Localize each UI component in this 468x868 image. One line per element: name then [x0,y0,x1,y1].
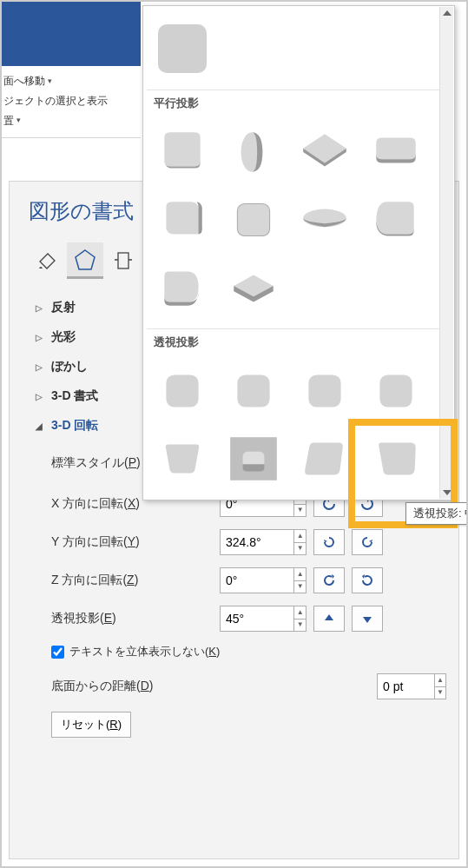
shape-icon [155,262,209,313]
perspective-input[interactable]: ▲▼ [220,606,307,632]
preset-no-rotation[interactable] [150,17,214,81]
svg-marker-0 [76,250,95,269]
section-3d-rotation-label: 3-D 回転 [51,418,98,434]
tab-fill-line[interactable] [29,242,65,279]
preset-parallel-8[interactable] [364,188,428,252]
perspective-presets [147,354,451,496]
tab-effects[interactable] [67,242,103,279]
y-rotate-right-button[interactable] [352,529,383,555]
tab-size-properties[interactable] [105,242,142,279]
triangle-right-icon: ▷ [36,303,44,313]
shape-icon [227,262,280,313]
preset-parallel-6[interactable] [221,188,286,252]
chevron-down-icon: ▾ [48,74,52,89]
perspective-header: 透視投影 [147,328,451,354]
preset-perspective-4[interactable] [364,359,428,423]
shape-icon [298,127,352,177]
ribbon-position-label: 置 [3,111,14,131]
preset-parallel-3[interactable] [293,120,357,184]
preset-parallel-5[interactable] [150,188,214,252]
pentagon-icon [73,248,97,272]
ribbon-selection-button[interactable]: ジェクトの選択と表示 [3,91,139,111]
gallery-scrollbar[interactable] [439,7,453,499]
perspective-field[interactable] [221,606,293,631]
shape-icon [227,127,280,177]
shape-icon [298,195,352,245]
ribbon-selection-label: ジェクトの選択と表示 [3,91,108,111]
triangle-right-icon: ▷ [36,362,44,372]
keep-text-flat-checkbox[interactable] [51,646,64,659]
size-icon [112,249,135,272]
section-reflection-label: 反射 [51,300,76,315]
chevron-down-icon: ▾ [16,113,21,128]
tooltip: 透視投影: 中程度の傾斜 [405,502,468,525]
distance-field[interactable] [378,674,434,699]
preset-perspective-2[interactable] [221,359,286,423]
perspective-label: 透視投影(E) [51,611,216,626]
preset-perspective-3[interactable] [293,359,357,423]
section-3d-format-label: 3-D 書式 [51,388,98,404]
reset-button[interactable]: リセット(R) [51,712,131,738]
z-rotate-cw-button[interactable] [352,567,383,593]
svg-rect-7 [308,374,340,407]
preset-parallel-2[interactable] [221,120,286,184]
shape-icon [369,434,423,484]
z-rotation-spinner[interactable]: ▲▼ [293,568,306,593]
ribbon-position-dropdown[interactable]: 置 ▾ [3,111,139,131]
distance-label: 底面からの距離(D) [51,679,260,694]
y-rotation-field[interactable] [221,530,293,554]
ribbon-move-label: 面へ移動 [3,71,45,91]
perspective-spinner[interactable]: ▲▼ [293,606,306,631]
shape-icon [155,127,209,177]
no-rotation-icon [158,24,207,73]
preset-parallel-1[interactable] [150,120,214,184]
perspective-up-button[interactable] [313,606,345,632]
z-rotation-input[interactable]: ▲▼ [220,567,307,593]
section-softedges-label: ぼかし [51,359,88,374]
preset-perspective-7[interactable] [293,427,357,491]
triangle-right-icon: ▷ [36,392,44,401]
parallel-header: 平行投影 [147,89,451,115]
rotate-ccw-icon [321,573,337,588]
z-rotation-label: Z 方向に回転(Z) [51,573,216,588]
distance-input[interactable]: ▲▼ [377,673,446,699]
z-rotate-ccw-button[interactable] [313,567,345,593]
rotate-left-icon [321,534,337,550]
preset-perspective-8[interactable] [364,427,428,491]
svg-rect-5 [166,374,198,407]
preset-perspective-1[interactable] [150,359,214,423]
preset-perspective-5[interactable] [150,427,214,491]
shape-icon [227,195,280,245]
shape-icon [369,366,423,416]
z-rotation-field[interactable] [221,568,293,593]
shape-icon [227,366,280,416]
ribbon-blue-strip [2,2,141,66]
shape-icon [298,434,352,484]
rotation-preset-gallery: 平行投影 透視投影 [142,5,455,500]
y-rotation-label: Y 方向に回転(Y) [51,534,216,550]
keep-text-flat-row[interactable]: テキストを立体表示しない(K) [51,644,446,659]
shape-icon [298,366,352,416]
shape-icon [227,434,280,484]
ribbon-secondary: 面へ移動 ▾ ジェクトの選択と表示 置 ▾ [2,66,141,138]
svg-rect-3 [237,203,269,235]
shape-icon [155,434,209,484]
triangle-right-icon: ▷ [36,333,44,342]
perspective-down-button[interactable] [352,606,383,632]
preset-parallel-4[interactable] [364,120,428,184]
ribbon-move-dropdown[interactable]: 面へ移動 ▾ [3,71,139,91]
y-rotation-input[interactable]: ▲▼ [220,529,307,555]
y-rotate-left-button[interactable] [313,529,345,555]
svg-rect-8 [379,374,412,407]
triangle-down-icon: ◢ [36,421,44,431]
preset-parallel-10[interactable] [221,255,286,320]
shape-icon [155,366,209,416]
shape-icon [155,195,209,245]
rotate-cw-icon [359,573,375,588]
preset-parallel-7[interactable] [293,188,357,252]
distance-spinner[interactable]: ▲▼ [434,674,445,699]
svg-rect-6 [237,374,269,407]
y-rotation-spinner[interactable]: ▲▼ [293,530,306,554]
preset-parallel-9[interactable] [150,255,214,320]
preset-perspective-6[interactable] [221,427,286,491]
